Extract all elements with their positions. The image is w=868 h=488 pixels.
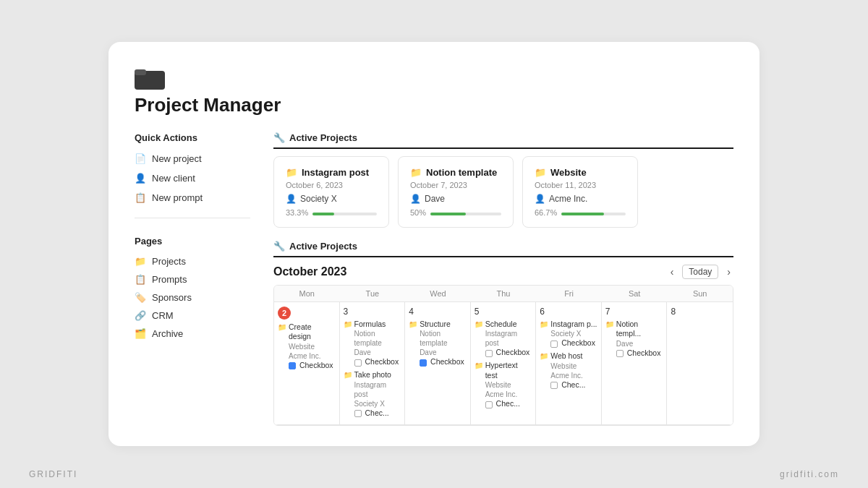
event-icon-webhost: 📁 xyxy=(540,352,548,360)
card-date-website: October 11, 2023 xyxy=(535,181,626,189)
calendar-grid: Mon Tue Wed Thu Fri Sat Sun 2 📁 xyxy=(273,285,733,427)
checkbox-empty-icon7 xyxy=(616,350,624,357)
event-text-photo: Take photo Instagram post Society X Chec… xyxy=(354,370,401,418)
cal-date-3: 3 xyxy=(344,307,401,317)
assignee-icon-notion: 👤 xyxy=(410,194,421,204)
card-title-website: 📁 Website xyxy=(535,167,626,178)
event-text-structure: Structure Notion template Dave Checkbox xyxy=(420,320,467,367)
calendar-nav: ‹ Today › xyxy=(668,265,733,279)
event-text-formulas: Formulas Notion template Dave Checkbox xyxy=(354,320,401,367)
footer-right: gridfiti.com xyxy=(780,469,839,479)
sponsors-icon: 🏷️ xyxy=(135,292,146,303)
quick-action-new-prompt[interactable]: 📋 New prompt xyxy=(135,189,250,206)
card-assignee-notion: 👤 Dave xyxy=(410,194,501,204)
card-assignee-instagram: 👤 Society X xyxy=(286,194,377,204)
event-icon-schedule: 📁 xyxy=(475,320,483,328)
project-card-instagram[interactable]: 📁 Instagram post October 6, 2023 👤 Socie… xyxy=(273,156,389,228)
event-icon-formulas: 📁 xyxy=(344,320,352,328)
cal-date-2: 2 xyxy=(278,307,336,320)
card-title-notion: 📁 Notion template xyxy=(410,167,501,178)
sponsors-label: Sponsors xyxy=(152,292,192,303)
calendar-section: 🔧 Active Projects October 2023 ‹ Today ›… xyxy=(273,241,733,427)
cal-event-hypertext: 📁 Hypertext test Website Acme Inc. Chec.… xyxy=(475,361,532,409)
cal-event-instagram-p: 📁 Instagram p... Society X Checkbox xyxy=(540,320,597,348)
sidebar: Quick Actions 📄 New project 👤 New client… xyxy=(135,132,250,427)
sidebar-item-crm[interactable]: 🔗 CRM xyxy=(135,307,250,325)
event-icon-notion-templ: 📁 xyxy=(605,320,614,328)
project-card-website[interactable]: 📁 Website October 11, 2023 👤 Acme Inc. 6… xyxy=(522,156,638,228)
cal-header-thu: Thu xyxy=(471,286,537,302)
new-client-icon: 👤 xyxy=(135,173,146,184)
sidebar-item-projects[interactable]: 📁 Projects xyxy=(135,252,250,270)
event-text-instagram-p: Instagram p... Society X Checkbox xyxy=(550,320,597,348)
main-card: Project Manager Quick Actions 📄 New proj… xyxy=(109,42,760,447)
project-cards-row: 📁 Instagram post October 6, 2023 👤 Socie… xyxy=(273,156,733,228)
quick-action-new-client[interactable]: 👤 New client xyxy=(135,170,250,187)
quick-action-new-project[interactable]: 📄 New project xyxy=(135,150,250,167)
cal-header-sat: Sat xyxy=(602,286,668,302)
checkbox-checked-icon xyxy=(289,362,296,369)
calendar-today-button[interactable]: Today xyxy=(682,265,718,279)
progress-bg-website xyxy=(561,213,626,215)
new-prompt-label: New prompt xyxy=(152,192,203,203)
calendar-next-button[interactable]: › xyxy=(724,265,733,279)
cal-event-take-photo: 📁 Take photo Instagram post Society X Ch… xyxy=(344,370,401,418)
cal-header-mon: Mon xyxy=(274,286,340,302)
calendar-prev-button[interactable]: ‹ xyxy=(668,265,677,279)
footer-left: GRIDFITI xyxy=(29,469,77,479)
progress-label-notion: 50% xyxy=(410,208,501,217)
event-text-create: Create design Website Acme Inc. Checkbox xyxy=(289,322,336,371)
cal-cell-4[interactable]: 4 📁 Structure Notion template Dave Check… xyxy=(405,302,471,426)
new-project-icon: 📄 xyxy=(135,153,146,164)
folder-icon xyxy=(135,65,733,94)
checkbox-empty-icon3 xyxy=(485,350,493,357)
cal-event-create-design: 📁 Create design Website Acme Inc. Checkb… xyxy=(278,322,336,371)
sidebar-item-prompts[interactable]: 📋 Prompts xyxy=(135,270,250,288)
calendar-section-label: 🔧 Active Projects xyxy=(273,241,733,257)
card-icon-website: 📁 xyxy=(535,167,546,178)
checkbox-empty-icon6 xyxy=(550,382,558,389)
main-content: 🔧 Active Projects 📁 Instagram post Octob… xyxy=(273,132,733,427)
new-project-label: New project xyxy=(152,153,202,164)
crm-icon: 🔗 xyxy=(135,310,146,321)
footer-bar: GRIDFITI gridfiti.com xyxy=(0,461,868,488)
progress-bg-notion xyxy=(430,213,501,215)
cal-event-notion-templ: 📁 Notion templ... Dave Checkbox xyxy=(605,320,663,359)
active-projects-cards-section: 🔧 Active Projects 📁 Instagram post Octob… xyxy=(273,132,733,228)
cal-event-structure: 📁 Structure Notion template Dave Checkbo… xyxy=(409,320,467,367)
event-icon-photo: 📁 xyxy=(344,371,352,379)
archive-label: Archive xyxy=(152,328,183,339)
sidebar-item-sponsors[interactable]: 🏷️ Sponsors xyxy=(135,288,250,307)
progress-fill-notion xyxy=(430,213,466,215)
project-card-notion[interactable]: 📁 Notion template October 7, 2023 👤 Dave… xyxy=(398,156,514,228)
cal-cell-8[interactable]: 8 xyxy=(667,302,733,426)
event-text-schedule: Schedule Instagram post Checkbox xyxy=(485,320,532,358)
cal-event-webhost: 📁 Web host Website Acme Inc. Chec... xyxy=(540,351,597,390)
sidebar-item-archive[interactable]: 🗂️ Archive xyxy=(135,325,250,343)
event-icon-create: 📁 xyxy=(278,323,286,331)
checkbox-empty-icon2 xyxy=(354,410,362,417)
new-client-label: New client xyxy=(152,173,195,184)
cal-cell-7[interactable]: 7 📁 Notion templ... Dave Checkbox xyxy=(602,302,668,426)
quick-actions-list: 📄 New project 👤 New client 📋 New prompt xyxy=(135,150,250,218)
cal-date-7: 7 xyxy=(605,307,663,317)
cal-cell-5[interactable]: 5 📁 Schedule Instagram post Checkbox 📁 xyxy=(471,302,537,426)
progress-label-instagram: 33.3% xyxy=(286,208,377,217)
card-title-instagram: 📁 Instagram post xyxy=(286,167,377,178)
event-icon-hypertext: 📁 xyxy=(475,361,483,369)
cal-header-sun: Sun xyxy=(667,286,733,302)
cal-cell-2[interactable]: 2 📁 Create design Website Acme Inc. Chec… xyxy=(274,302,340,426)
cal-header-fri: Fri xyxy=(536,286,602,302)
cal-header-tue: Tue xyxy=(340,286,406,302)
quick-actions-title: Quick Actions xyxy=(135,132,250,143)
archive-icon: 🗂️ xyxy=(135,328,146,339)
cal-cell-3[interactable]: 3 📁 Formulas Notion template Dave Checkb… xyxy=(340,302,406,426)
cal-event-formulas: 📁 Formulas Notion template Dave Checkbox xyxy=(344,320,401,367)
page-title: Project Manager xyxy=(135,94,733,116)
cal-cell-6[interactable]: 6 📁 Instagram p... Society X Checkbox 📁 xyxy=(536,302,602,426)
cal-date-4: 4 xyxy=(409,307,467,317)
event-text-hypertext: Hypertext test Website Acme Inc. Chec... xyxy=(485,361,532,409)
calendar-month: October 2023 xyxy=(273,265,346,278)
prompts-label: Prompts xyxy=(152,274,187,285)
wrench-icon-cal: 🔧 xyxy=(273,241,285,252)
